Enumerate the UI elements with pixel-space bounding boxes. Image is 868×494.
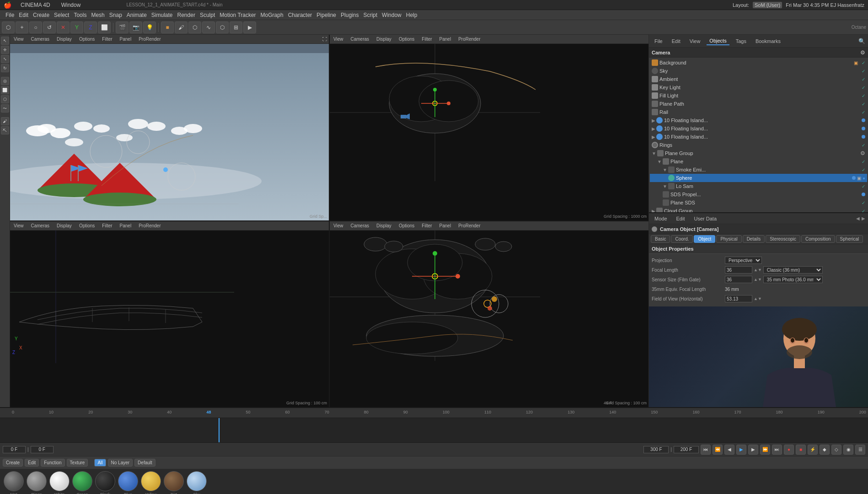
pb-frame2[interactable] <box>31 446 54 453</box>
tool-scale-btn[interactable]: ⤡ <box>1 55 9 63</box>
menu-plugins[interactable]: Plugins <box>339 11 360 19</box>
pb-prev-key[interactable]: ⏪ <box>713 445 723 455</box>
menu-window[interactable]: Window <box>59 1 83 9</box>
obj-rail[interactable]: Rail ✓ <box>650 108 867 116</box>
mat-white-sphere[interactable] <box>49 471 70 491</box>
timeline-tracks[interactable] <box>0 418 868 443</box>
tool-move-btn[interactable]: ✛ <box>1 46 9 54</box>
menu-edit[interactable]: Edit <box>17 11 30 19</box>
mat-blue[interactable]: Blue <box>118 471 138 494</box>
vp-top-display[interactable]: Display <box>375 36 393 42</box>
cam-tab-details[interactable]: Details <box>743 235 765 243</box>
obj-plane-path[interactable]: Plane Path ✓ <box>650 100 867 108</box>
vp-front-content[interactable]: Front <box>330 231 648 407</box>
pb-next-key[interactable]: ⏩ <box>760 445 770 455</box>
tool-film[interactable]: 🎬 <box>116 21 129 33</box>
tool-camera[interactable]: 📷 <box>129 21 142 33</box>
menu-mesh[interactable]: Mesh <box>89 11 106 19</box>
tool-select-btn[interactable]: ↖ <box>1 37 9 45</box>
plane-expand[interactable]: ▼ <box>657 159 662 164</box>
cam-tab-stereo[interactable]: Stereoscopic <box>766 235 800 243</box>
obj-floating-3[interactable]: ▶ 10 Floating Island... <box>650 133 867 141</box>
tool-x[interactable]: ✕ <box>57 21 70 33</box>
pb-key3[interactable]: ◉ <box>843 445 853 455</box>
menu-pipeline[interactable]: Pipeline <box>315 11 338 19</box>
prop-fovh-input[interactable] <box>725 295 752 302</box>
mat-blue-sphere[interactable] <box>118 471 138 491</box>
menu-mograph[interactable]: MoGraph <box>259 11 285 19</box>
props-nav-right[interactable]: ▶ <box>862 216 865 221</box>
obj-sky[interactable]: Sky ✓ <box>650 67 867 75</box>
obj-floating-1[interactable]: ▶ 10 Floating Island... <box>650 116 867 124</box>
obj-sds-propel[interactable]: SDS Propel... <box>650 190 867 199</box>
pb-next[interactable]: ▶ <box>748 445 758 455</box>
obj-ambient[interactable]: Ambient ✓ <box>650 75 867 83</box>
mat-sky-sphere[interactable] <box>187 471 207 491</box>
vp-top-options[interactable]: Options <box>397 36 416 42</box>
tool-rotate[interactable]: ↺ <box>43 21 56 33</box>
camera-props-icon[interactable]: ⚙ <box>860 49 865 56</box>
mat-yellow[interactable]: Yellow <box>141 471 161 494</box>
vp-front-cameras[interactable]: Cameras <box>349 223 371 229</box>
menu-motion-tracker[interactable]: Motion Tracker <box>218 11 257 19</box>
obj-tab-file[interactable]: File <box>652 38 665 45</box>
pb-play[interactable]: ▶ <box>736 445 746 455</box>
prop-sensor-preset[interactable]: 35 mm Photo (36.0 mm) <box>763 276 823 283</box>
menu-script[interactable]: Script <box>361 11 379 19</box>
sam-expand[interactable]: ▼ <box>663 184 667 189</box>
obj-tab-edit[interactable]: Edit <box>669 38 683 45</box>
menu-animate[interactable]: Animate <box>125 11 149 19</box>
tool-mode[interactable]: ⬡ <box>2 21 15 33</box>
cam-tab-composition[interactable]: Composition <box>801 235 835 243</box>
mat-white[interactable]: White <box>49 471 70 494</box>
viewport-top[interactable]: View Cameras Display Options Filter Pane… <box>330 35 648 220</box>
obj-plane[interactable]: ▼ Plane ✓ <box>650 157 867 166</box>
obj-lo-sam[interactable]: ▼ Lo Sam ✓ <box>650 182 867 190</box>
viewport-right[interactable]: View Cameras Display Options Filter Pane… <box>10 221 329 407</box>
tool-light[interactable]: 💡 <box>143 21 156 33</box>
mat-green[interactable]: Green <box>72 471 92 494</box>
vp-tab-options[interactable]: Options <box>77 36 96 42</box>
obj-tab-objects[interactable]: Objects <box>707 37 729 45</box>
tool-z[interactable]: Z <box>84 21 97 33</box>
tool-sculpt-btn[interactable]: ⛏ <box>1 126 9 134</box>
obj-manager-search-icon[interactable]: 🔍 <box>858 38 865 44</box>
prop-focal-input[interactable] <box>725 266 752 274</box>
props-tab-edit[interactable]: Edit <box>674 215 688 222</box>
vp-right-display[interactable]: Display <box>55 223 74 229</box>
cam-tab-basic[interactable]: Basic <box>651 235 670 243</box>
obj-background[interactable]: Background ▣ ✓ <box>650 59 867 67</box>
mat-mat[interactable]: Mat <box>4 471 24 494</box>
vp-tab-prorender[interactable]: ProRender <box>137 36 162 42</box>
vp-tab-panel[interactable]: Panel <box>118 36 134 42</box>
menu-snap[interactable]: Snap <box>107 11 124 19</box>
menu-create[interactable]: Create <box>31 11 51 19</box>
mat-black[interactable]: Black <box>95 471 115 494</box>
layer-create[interactable]: Create <box>3 459 23 467</box>
layer-edit[interactable]: Edit <box>25 459 39 467</box>
pb-first[interactable]: ⏮ <box>701 445 711 455</box>
obj-key-light[interactable]: Key Light ✓ <box>650 83 867 91</box>
cam-tab-physical[interactable]: Physical <box>716 235 741 243</box>
tool-rect-sel[interactable]: ⬜ <box>1 86 9 94</box>
layer-nolayer[interactable]: No Layer <box>108 459 133 467</box>
vp-right-filter[interactable]: Filter <box>100 223 114 229</box>
layer-default[interactable]: Default <box>134 459 155 467</box>
obj-tab-view[interactable]: View <box>687 38 703 45</box>
menu-character[interactable]: Character <box>286 11 314 19</box>
pb-prev[interactable]: ◀ <box>724 445 734 455</box>
pb-last[interactable]: ⏭ <box>772 445 782 455</box>
tool-cube[interactable]: ■ <box>161 21 174 33</box>
mat-rings[interactable]: Rings <box>27 471 47 494</box>
fi1-expand[interactable]: ▶ <box>652 118 655 123</box>
vp-front-view[interactable]: View <box>332 223 345 229</box>
vp-front-display[interactable]: Display <box>375 223 393 229</box>
tool-spline[interactable]: ∿ <box>202 21 215 33</box>
tool-rotate-btn[interactable]: ↻ <box>1 64 9 72</box>
mat-rings-sphere[interactable] <box>27 471 47 491</box>
vp-top-prorender[interactable]: ProRender <box>456 36 482 42</box>
layer-function[interactable]: Function <box>41 459 64 467</box>
pb-stop[interactable]: ■ <box>796 445 806 455</box>
tool-add[interactable]: + <box>16 21 28 33</box>
props-tab-userdata[interactable]: User Data <box>691 215 720 222</box>
